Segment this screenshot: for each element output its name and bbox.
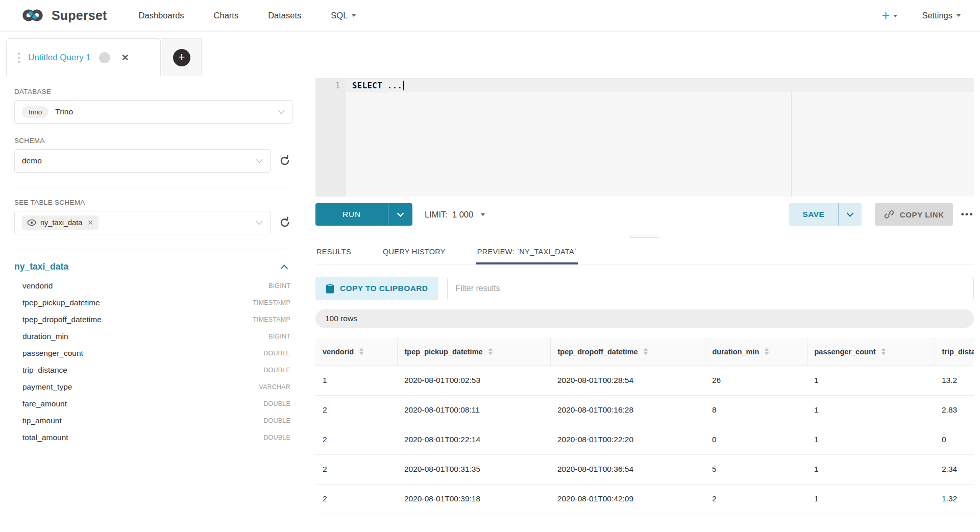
table-row: 2 2020-08-01T00:08:11 2020-08-01T00:16:2… bbox=[315, 395, 974, 425]
tab-preview[interactable]: PREVIEW: `NY_TAXI_DATA` bbox=[476, 241, 578, 264]
results-column-header[interactable]: passenger_count bbox=[807, 338, 935, 366]
copy-to-clipboard-button[interactable]: COPY TO CLIPBOARD bbox=[315, 277, 438, 300]
sort-icon bbox=[765, 348, 769, 355]
column-name: passenger_count bbox=[22, 349, 83, 358]
query-tab[interactable]: Untitled Query 1 ✕ bbox=[6, 38, 161, 76]
main-nav: Dashboards Charts Datasets SQL bbox=[139, 11, 356, 20]
results-column-header[interactable]: tpep_pickup_datetime bbox=[397, 338, 550, 366]
cell-pickup: 2020-08-01T00:02:53 bbox=[397, 366, 550, 395]
database-name: Trino bbox=[55, 107, 73, 116]
sort-icon bbox=[644, 348, 648, 355]
results-column-header[interactable]: duration_min bbox=[705, 338, 807, 366]
column-type: VARCHAR bbox=[259, 383, 290, 391]
refresh-schema-button[interactable] bbox=[277, 153, 292, 168]
top-navbar: Superset Dashboards Charts Datasets SQL … bbox=[0, 0, 980, 32]
refresh-tables-button[interactable] bbox=[277, 215, 292, 230]
chevron-down-icon bbox=[481, 213, 485, 216]
superset-logo[interactable]: Superset bbox=[18, 7, 107, 24]
tab-results[interactable]: RESULTS bbox=[315, 241, 352, 264]
table-row: 1 2020-08-01T00:02:53 2020-08-01T00:28:5… bbox=[315, 366, 974, 395]
nav-datasets[interactable]: Datasets bbox=[268, 11, 301, 20]
main-area: DATABASE trino Trino SCHEMA demo bbox=[0, 77, 980, 532]
column-row: fare_amount DOUBLE bbox=[14, 395, 292, 412]
column-name: fare_amount bbox=[22, 399, 67, 408]
pane-splitter[interactable] bbox=[315, 232, 974, 240]
save-options-button[interactable] bbox=[838, 203, 862, 226]
editor-toolbar: RUN LIMIT: 1 000 SAVE bbox=[315, 197, 974, 232]
cell-pickup: 2020-08-01T00:08:11 bbox=[397, 395, 550, 425]
run-button[interactable]: RUN bbox=[315, 203, 388, 226]
column-header-label: vendorid bbox=[323, 348, 354, 356]
drag-handle-icon[interactable] bbox=[18, 53, 20, 63]
database-select[interactable]: trino Trino bbox=[14, 100, 292, 124]
limit-value: 1 000 bbox=[452, 210, 473, 220]
column-name: duration_min bbox=[22, 332, 68, 341]
table-title: ny_taxi_data bbox=[14, 261, 68, 272]
query-tabstrip: Untitled Query 1 ✕ + bbox=[0, 32, 980, 77]
results-column-header[interactable]: trip_distance bbox=[935, 338, 974, 366]
chevron-down-icon bbox=[352, 14, 356, 17]
sort-icon bbox=[881, 348, 886, 355]
results-header-row: vendorid tpep_pickup_datetime bbox=[315, 338, 974, 366]
column-header-label: passenger_count bbox=[815, 348, 876, 356]
column-header-label: duration_min bbox=[713, 348, 760, 356]
brand-name: Superset bbox=[52, 8, 107, 23]
chevron-up-icon bbox=[280, 264, 288, 270]
query-tab-label: Untitled Query 1 bbox=[28, 53, 91, 63]
sort-icon bbox=[488, 348, 493, 355]
schema-select[interactable]: demo bbox=[14, 149, 271, 173]
column-row: duration_min BIGINT bbox=[14, 328, 292, 345]
collapse-table-button[interactable] bbox=[280, 264, 288, 270]
plus-icon: + bbox=[882, 9, 890, 22]
results-body: 1 2020-08-01T00:02:53 2020-08-01T00:28:5… bbox=[315, 366, 974, 514]
results-controls: COPY TO CLIPBOARD bbox=[315, 277, 974, 300]
nav-sql[interactable]: SQL bbox=[331, 11, 356, 20]
cell-passengers: 1 bbox=[807, 366, 935, 395]
cell-passengers: 1 bbox=[807, 484, 935, 514]
table-select[interactable]: ny_taxi_data ✕ bbox=[14, 211, 271, 234]
editor-gutter bbox=[315, 79, 346, 197]
column-row: payment_type VARCHAR bbox=[14, 378, 292, 395]
column-name: payment_type bbox=[22, 382, 72, 392]
nav-charts[interactable]: Charts bbox=[214, 11, 239, 20]
run-options-button[interactable] bbox=[388, 203, 412, 226]
results-column-header[interactable]: tpep_dropoff_datetime bbox=[550, 338, 705, 366]
save-button[interactable]: SAVE bbox=[789, 203, 838, 226]
more-actions-button[interactable]: ••• bbox=[961, 209, 974, 220]
cell-trip-distance: 13.2 bbox=[935, 366, 974, 395]
column-row: passenger_count DOUBLE bbox=[14, 345, 292, 361]
superset-infinity-icon bbox=[18, 7, 47, 24]
column-row: vendorid BIGINT bbox=[14, 277, 292, 294]
chevron-down-icon bbox=[893, 15, 897, 17]
chevron-down-icon bbox=[256, 159, 263, 163]
copy-to-clipboard-label: COPY TO CLIPBOARD bbox=[340, 284, 428, 293]
cell-vendorid: 2 bbox=[315, 395, 397, 425]
sidebar-divider bbox=[14, 187, 292, 187]
splitter-grip-icon bbox=[630, 235, 659, 238]
cell-dropoff: 2020-08-01T00:36:54 bbox=[550, 454, 705, 484]
sql-editor[interactable]: SELECT ... 1 bbox=[315, 78, 974, 197]
cell-vendorid: 1 bbox=[315, 366, 397, 395]
new-item-button[interactable]: + bbox=[882, 9, 898, 22]
sql-code: SELECT ... bbox=[352, 81, 402, 90]
unsaved-status-dot bbox=[99, 52, 110, 63]
tab-query-history[interactable]: QUERY HISTORY bbox=[382, 241, 447, 264]
eye-icon bbox=[27, 219, 36, 226]
editor-print-margin bbox=[791, 92, 792, 197]
limit-dropdown[interactable]: LIMIT: 1 000 bbox=[425, 210, 485, 220]
nav-dashboards[interactable]: Dashboards bbox=[139, 11, 184, 20]
results-column-header[interactable]: vendorid bbox=[315, 338, 397, 366]
column-type: TIMESTAMP bbox=[253, 299, 290, 306]
close-tab-icon[interactable]: ✕ bbox=[121, 53, 129, 62]
column-header-label: tpep_dropoff_datetime bbox=[558, 348, 638, 356]
filter-results-input[interactable] bbox=[447, 277, 974, 300]
settings-menu[interactable]: Settings bbox=[922, 11, 961, 20]
clipboard-icon bbox=[326, 283, 334, 294]
copy-link-button[interactable]: COPY LINK bbox=[875, 203, 953, 226]
new-query-tab-button[interactable]: + bbox=[162, 38, 202, 76]
cell-duration: 5 bbox=[705, 454, 807, 484]
column-type: BIGINT bbox=[268, 333, 290, 340]
cell-trip-distance: 0 bbox=[935, 425, 974, 454]
column-header-label: trip_distance bbox=[942, 348, 974, 356]
remove-table-icon[interactable]: ✕ bbox=[87, 219, 93, 227]
